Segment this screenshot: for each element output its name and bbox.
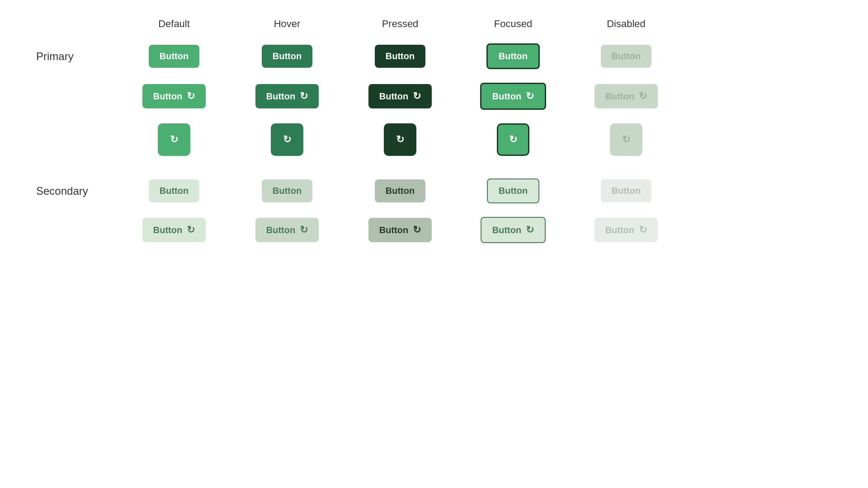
secondary-label: Secondary	[36, 185, 118, 197]
primary-hover-text-button[interactable]: Button	[262, 45, 312, 68]
primary-default-text-label: Button	[160, 51, 189, 61]
primary-pressed-texticon-label: Button	[379, 91, 408, 102]
cell-primary-disabled-text: Button	[570, 45, 683, 68]
primary-section: Primary Button Button Button Button	[36, 43, 832, 156]
cell-primary-focused-texticon: Button ↻	[457, 83, 570, 110]
cell-primary-default-text: Button	[118, 45, 231, 68]
cell-secondary-default-texticon: Button ↻	[118, 218, 231, 242]
cell-primary-pressed-text: Button	[344, 45, 457, 68]
redo-icon: ↻	[526, 90, 534, 102]
primary-hover-texticon-button[interactable]: Button ↻	[255, 84, 319, 108]
redo-icon: ↻	[170, 134, 178, 145]
primary-disabled-texticon-label: Button	[605, 91, 634, 102]
cell-secondary-disabled-texticon: Button ↻	[570, 218, 683, 242]
secondary-pressed-text-label: Button	[386, 186, 415, 196]
cell-primary-disabled-texticon: Button ↻	[570, 84, 683, 108]
primary-hover-texticon-label: Button	[266, 91, 295, 102]
primary-default-texticon-button[interactable]: Button ↻	[142, 84, 206, 108]
page-container: Default Hover Pressed Focused Disabled P…	[0, 0, 868, 488]
cell-secondary-default-text: Button	[118, 179, 231, 202]
cell-secondary-focused-texticon: Button ↻	[457, 217, 570, 243]
header-col0	[36, 18, 118, 30]
primary-pressed-texticon-button[interactable]: Button ↻	[368, 84, 432, 108]
redo-icon: ↻	[622, 134, 630, 145]
cell-secondary-focused-text: Button	[457, 178, 570, 203]
primary-pressed-icononly-button[interactable]: ↻	[384, 123, 416, 156]
cell-primary-default-texticon: Button ↻	[118, 84, 231, 108]
secondary-focused-text-button[interactable]: Button	[487, 178, 539, 203]
redo-icon: ↻	[187, 224, 195, 236]
cell-primary-focused-icononly: ↻	[457, 123, 570, 156]
secondary-default-texticon-label: Button	[153, 225, 182, 235]
redo-icon: ↻	[526, 224, 534, 236]
secondary-grid: Secondary Button Button Button Button	[36, 178, 832, 243]
redo-icon: ↻	[300, 90, 308, 102]
cell-primary-hover-texticon: Button ↻	[231, 84, 344, 108]
primary-hover-text-label: Button	[273, 51, 302, 61]
primary-hover-icononly-button[interactable]: ↻	[271, 123, 303, 156]
redo-icon: ↻	[509, 134, 517, 145]
cell-primary-disabled-icononly: ↻	[570, 123, 683, 156]
column-headers: Default Hover Pressed Focused Disabled	[36, 18, 832, 30]
secondary-focused-text-label: Button	[499, 186, 528, 196]
header-col2: Hover	[231, 18, 344, 30]
secondary-default-texticon-button[interactable]: Button ↻	[142, 218, 206, 242]
header-col1: Default	[118, 18, 231, 30]
redo-icon: ↻	[187, 90, 195, 102]
secondary-hover-texticon-button[interactable]: Button ↻	[255, 218, 319, 242]
primary-default-icononly-button[interactable]: ↻	[158, 123, 190, 156]
primary-grid: Primary Button Button Button Button	[36, 43, 832, 156]
primary-disabled-text-button: Button	[601, 45, 651, 68]
redo-icon: ↻	[396, 134, 404, 145]
cell-secondary-disabled-text: Button	[570, 179, 683, 202]
cell-primary-pressed-texticon: Button ↻	[344, 84, 457, 108]
secondary-pressed-texticon-button[interactable]: Button ↻	[368, 218, 432, 242]
redo-icon: ↻	[413, 90, 421, 102]
primary-focused-text-button[interactable]: Button	[486, 43, 540, 69]
redo-icon: ↻	[639, 90, 647, 102]
cell-secondary-pressed-text: Button	[344, 179, 457, 202]
redo-icon: ↻	[283, 134, 291, 145]
secondary-default-text-button[interactable]: Button	[149, 179, 199, 202]
secondary-hover-texticon-label: Button	[266, 225, 295, 235]
primary-focused-texticon-button[interactable]: Button ↻	[480, 83, 546, 110]
secondary-disabled-texticon-label: Button	[605, 225, 634, 235]
redo-icon: ↻	[300, 224, 308, 236]
secondary-disabled-text-button: Button	[601, 179, 651, 202]
redo-icon: ↻	[639, 224, 647, 236]
cell-primary-focused-text: Button	[457, 43, 570, 69]
secondary-pressed-texticon-label: Button	[379, 225, 408, 235]
header-col4: Focused	[457, 18, 570, 30]
cell-secondary-pressed-texticon: Button ↻	[344, 218, 457, 242]
cell-primary-pressed-icononly: ↻	[344, 123, 457, 156]
primary-label: Primary	[36, 50, 118, 63]
cell-primary-hover-icononly: ↻	[231, 123, 344, 156]
secondary-section: Secondary Button Button Button Button	[36, 178, 832, 243]
header-col5: Disabled	[570, 18, 683, 30]
secondary-hover-text-button[interactable]: Button	[262, 179, 312, 202]
secondary-focused-texticon-label: Button	[492, 225, 521, 235]
cell-secondary-hover-text: Button	[231, 179, 344, 202]
cell-primary-default-icononly: ↻	[118, 123, 231, 156]
primary-default-text-button[interactable]: Button	[149, 45, 199, 68]
primary-disabled-texticon-button: Button ↻	[594, 84, 658, 108]
secondary-default-text-label: Button	[160, 186, 189, 196]
secondary-pressed-text-button[interactable]: Button	[375, 179, 425, 202]
secondary-disabled-text-label: Button	[612, 186, 641, 196]
cell-secondary-hover-texticon: Button ↻	[231, 218, 344, 242]
primary-disabled-icononly-button: ↻	[610, 123, 642, 156]
primary-focused-icononly-button[interactable]: ↻	[497, 123, 529, 156]
secondary-disabled-texticon-button: Button ↻	[594, 218, 658, 242]
primary-focused-text-label: Button	[499, 51, 528, 61]
primary-focused-texticon-label: Button	[492, 91, 521, 102]
secondary-hover-text-label: Button	[273, 186, 302, 196]
secondary-focused-texticon-button[interactable]: Button ↻	[481, 217, 546, 243]
primary-default-texticon-label: Button	[153, 91, 182, 102]
primary-disabled-text-label: Button	[612, 51, 641, 61]
header-col3: Pressed	[344, 18, 457, 30]
primary-pressed-text-button[interactable]: Button	[375, 45, 425, 68]
redo-icon: ↻	[413, 224, 421, 236]
cell-primary-hover-text: Button	[231, 45, 344, 68]
primary-pressed-text-label: Button	[386, 51, 415, 61]
